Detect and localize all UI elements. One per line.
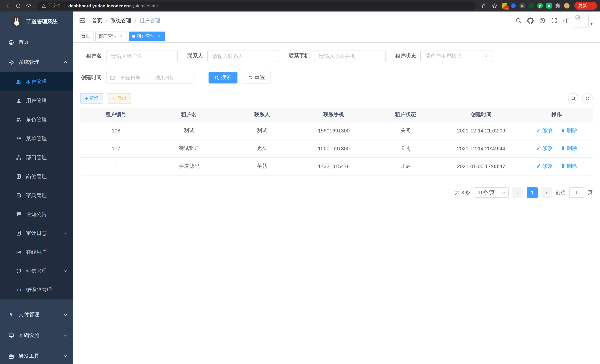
phone-input[interactable] — [314, 50, 385, 62]
start-date-input[interactable] — [116, 75, 145, 80]
sidebar-item-dev-tools[interactable]: 研发工具 — [0, 346, 73, 364]
extension-icon-blue-diamond[interactable] — [509, 2, 517, 10]
filter-phone: 联系手机 — [289, 50, 385, 62]
extension-icon-green-chat[interactable] — [545, 2, 553, 10]
avatar[interactable] — [574, 14, 589, 28]
prev-page-button[interactable]: ‹ — [512, 187, 523, 198]
sidebar-menu: 首页 系统管理 租户管理 用户管理 角色管理 — [0, 32, 73, 364]
font-size-icon[interactable]: TT — [563, 17, 569, 24]
edit-label: 修改 — [542, 145, 553, 152]
delete-button[interactable]: 删除 — [561, 127, 577, 134]
delete-button[interactable]: 删除 — [561, 163, 577, 169]
breadcrumb: 首页 / 系统管理 / 租户管理 — [92, 17, 160, 24]
contact-input[interactable] — [207, 50, 279, 62]
security-label[interactable]: 不安全 — [48, 3, 61, 9]
chrome-menu-icon[interactable]: ⋮ — [589, 3, 596, 8]
end-date-input[interactable] — [151, 75, 179, 80]
sidebar-item-payment[interactable]: ¥ 支付管理 — [0, 304, 73, 325]
breadcrumb-item[interactable]: 首页 — [92, 17, 103, 24]
tab-label: 部门管理 — [99, 33, 116, 39]
refresh-table-icon[interactable] — [582, 93, 593, 103]
sidebar-item-label: 系统管理 — [19, 59, 65, 66]
search-icon[interactable] — [515, 18, 522, 24]
sidebar-item-home[interactable]: 首页 — [0, 32, 73, 52]
fullscreen-icon[interactable] — [551, 18, 557, 24]
sidebar-item-audit-log[interactable]: 审计日志 — [0, 224, 73, 243]
logo[interactable]: 芋道管理系统 — [0, 11, 73, 32]
help-icon[interactable] — [539, 18, 545, 24]
sidebar-item-label: 菜单管理 — [26, 135, 65, 142]
sidebar-collapse-icon[interactable] — [78, 17, 86, 25]
extension-icon-green-y[interactable]: y — [536, 2, 544, 10]
toolbox-icon — [8, 354, 14, 359]
column-header: 租户编号 — [80, 108, 152, 122]
sidebar-item-online-users[interactable]: 在线用户 — [0, 243, 73, 261]
browser-reload-icon[interactable] — [13, 1, 23, 10]
sidebar-item-menu[interactable]: 菜单管理 — [0, 129, 73, 148]
tab-close-icon[interactable]: × — [118, 34, 123, 39]
edit-button[interactable]: 修改 — [536, 163, 553, 169]
tab-label: 首页 — [81, 33, 90, 39]
extension-icon-profile[interactable] — [562, 2, 571, 10]
filter-contact: 联系人 — [188, 50, 279, 62]
url-domain: dashboard.yudao.iocoder.cn — [68, 3, 129, 8]
add-button[interactable]: + 新增 — [80, 93, 103, 103]
sidebar-item-tenant[interactable]: 租户管理 — [0, 72, 73, 91]
extension-icon-colorful[interactable]: 10 — [500, 2, 508, 10]
sidebar-item-user[interactable]: 用户管理 — [0, 91, 73, 110]
sidebar-item-dept[interactable]: 部门管理 — [0, 148, 73, 167]
filter-label: 创建时间 — [80, 74, 102, 81]
puzzle-icon[interactable] — [554, 2, 562, 10]
select-placeholder: 请选择租户状态 — [425, 53, 462, 59]
sidebar-item-label: 支付管理 — [19, 311, 65, 318]
search-button[interactable]: 搜索 — [208, 72, 237, 84]
tab-dept[interactable]: 部门管理 × — [95, 31, 127, 41]
chevron-down-icon — [484, 54, 488, 58]
github-icon[interactable] — [527, 18, 533, 24]
update-label: 更新 — [578, 3, 587, 9]
export-button[interactable]: 导出 — [107, 93, 131, 103]
browser-home-icon[interactable] — [24, 1, 33, 10]
table-tools — [568, 93, 593, 103]
date-range-picker[interactable]: - — [106, 72, 194, 84]
tab-close-icon[interactable]: × — [157, 34, 162, 39]
prev-page-icon: ‹ — [517, 189, 519, 195]
edit-button[interactable]: 修改 — [536, 145, 553, 152]
toggle-search-icon[interactable] — [568, 93, 579, 103]
next-page-button[interactable]: › — [541, 187, 552, 198]
goto-page-input[interactable] — [569, 187, 584, 198]
bookmark-star-icon[interactable] — [490, 1, 499, 10]
sidebar-item-post[interactable]: 岗位管理 — [0, 167, 73, 186]
page-number-button[interactable]: 1 — [527, 187, 538, 198]
reset-button[interactable]: 重置 — [242, 72, 271, 84]
cell-tenant-name: 测试 — [152, 122, 226, 140]
edit-button[interactable]: 修改 — [536, 127, 553, 134]
sidebar-item-notice[interactable]: 通知公告 — [0, 205, 73, 224]
share-icon[interactable] — [479, 1, 489, 10]
sidebar-item-infrastructure[interactable]: 基础设施 — [0, 325, 73, 346]
address-bar[interactable]: 不安全 | dashboard.yudao.iocoder.cn /system… — [37, 1, 476, 10]
tab-tenant[interactable]: 租户管理 × — [129, 31, 165, 41]
sidebar-item-dict[interactable]: 字典管理 — [0, 186, 73, 205]
tree-table-icon — [16, 136, 21, 141]
breadcrumb-item[interactable]: 系统管理 — [111, 17, 131, 24]
tab-home[interactable]: 首页 — [78, 31, 94, 41]
roles-icon — [16, 117, 21, 122]
shield-icon — [16, 268, 21, 274]
extension-icon-dark-globe[interactable]: ◍ — [518, 2, 526, 10]
browser-back-icon[interactable] — [3, 1, 13, 10]
tab-label: 租户管理 — [137, 33, 155, 39]
sidebar-item-error-code[interactable]: 错误码管理 — [0, 280, 73, 299]
sidebar-item-system[interactable]: 系统管理 — [0, 52, 73, 72]
status-select[interactable]: 请选择租户状态 — [420, 50, 492, 62]
id-badge-icon — [16, 174, 21, 179]
tenant-name-input[interactable] — [106, 50, 178, 62]
chrome-update-button[interactable]: 更新 ⋮ — [574, 2, 597, 10]
sidebar-item-sms[interactable]: 短信管理 — [0, 261, 73, 280]
extension-icon-dark-green[interactable] — [527, 2, 535, 10]
user-menu[interactable]: ▾ — [574, 14, 593, 28]
page-size-select[interactable]: 10条/页 — [475, 187, 509, 198]
navbar: 首页 / 系统管理 / 租户管理 — [73, 11, 600, 30]
sidebar-item-role[interactable]: 角色管理 — [0, 110, 73, 129]
delete-button[interactable]: 删除 — [561, 145, 577, 152]
